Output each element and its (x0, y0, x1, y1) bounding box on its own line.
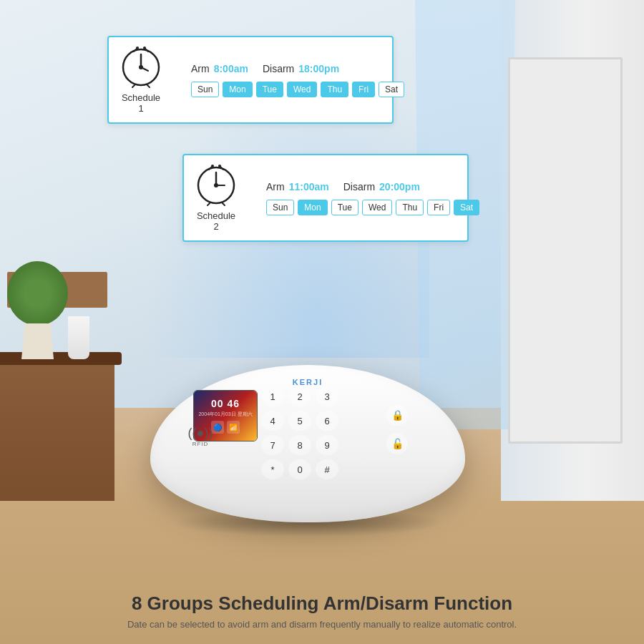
rfid-waves-icon: ((●)) (188, 426, 213, 441)
day-mon[interactable]: Mon (223, 82, 252, 97)
keypad: 123456789*0# (261, 386, 338, 479)
arm-time-2: 11:00am (289, 181, 329, 192)
disarm-group-1: Disarm 18:00pm (263, 63, 339, 74)
svg-point-16 (211, 165, 214, 167)
day-sun[interactable]: Sun (191, 82, 219, 97)
disarm-group-2: Disarm 20:00pm (343, 181, 420, 192)
days-row-2: SunMonTueWedThuFriSat (266, 200, 479, 215)
svg-line-8 (132, 84, 135, 87)
vase (68, 316, 89, 359)
svg-point-17 (218, 165, 221, 167)
schedule-1-info: Arm 8:00am Disarm 18:00pm SunMonTueWedTh… (191, 63, 404, 97)
plant-leaves (7, 261, 68, 326)
plant-pot (21, 323, 54, 359)
key-2[interactable]: 2 (288, 386, 311, 406)
day-sat[interactable]: Sat (379, 82, 404, 97)
disarm-label-2: Disarm (343, 181, 375, 192)
day-thu[interactable]: Thu (396, 200, 424, 215)
disarm-label-1: Disarm (263, 63, 294, 74)
device-container: KERJI 00 46 2004年01月03日 星期六 🔵 📶 ((●)) RF… (143, 308, 472, 522)
key-6[interactable]: 6 (316, 411, 338, 431)
day-tue[interactable]: Tue (256, 82, 283, 97)
arm-group-2: Arm 11:00am (266, 181, 329, 192)
key-7[interactable]: 7 (261, 435, 284, 455)
key-5[interactable]: 5 (288, 411, 311, 431)
device-body: KERJI 00 46 2004年01月03日 星期六 🔵 📶 ((●)) RF… (150, 365, 465, 522)
rfid-label: RFID (192, 441, 209, 447)
svg-line-19 (222, 203, 225, 205)
schedule-2-label: Schedule 2 (195, 210, 238, 232)
arm-button[interactable]: 🔒 (386, 404, 408, 426)
key-0[interactable]: 0 (288, 459, 311, 479)
day-mon[interactable]: Mon (298, 200, 327, 215)
screen-date: 2004年01月03日 星期六 (198, 411, 252, 418)
key-9[interactable]: 9 (316, 435, 338, 455)
screen-time: 00 46 (211, 398, 240, 409)
days-row-1: SunMonTueWedThuFriSat (191, 82, 404, 97)
footer-subtitle: Date can be selected to avoid arm and di… (0, 619, 644, 630)
door (508, 57, 623, 444)
side-table (0, 358, 114, 501)
key-#[interactable]: # (316, 459, 338, 479)
table-top (0, 352, 122, 365)
day-wed[interactable]: Wed (362, 200, 392, 215)
key-4[interactable]: 4 (261, 411, 284, 431)
key-1[interactable]: 1 (261, 386, 284, 406)
day-wed[interactable]: Wed (287, 82, 317, 97)
schedule-card-1: Schedule 1 Arm 8:00am Disarm 18:00pm Sun… (107, 36, 394, 124)
schedule-card-2: Schedule 2 Arm 11:00am Disarm 20:00pm Su… (182, 154, 469, 242)
clock-icon-1 (119, 46, 162, 89)
device-brand: KERJI (293, 378, 323, 386)
schedule-1-label: Schedule 1 (119, 92, 162, 114)
disarm-time-2: 20:00pm (379, 181, 420, 192)
arm-label-1: Arm (191, 63, 210, 74)
day-sun[interactable]: Sun (266, 200, 294, 215)
disarm-time-1: 18:00pm (298, 63, 339, 74)
day-thu[interactable]: Thu (321, 82, 348, 97)
key-3[interactable]: 3 (316, 386, 338, 406)
screen-icon-2: 📶 (227, 421, 240, 434)
arm-time-1: 8:00am (214, 63, 248, 74)
arm-group-1: Arm 8:00am (191, 63, 248, 74)
svg-line-18 (208, 203, 210, 205)
key-8[interactable]: 8 (288, 435, 311, 455)
footer-title: 8 Groups Scheduling Arm/Disarm Function (0, 592, 644, 615)
clock-icon-2 (195, 164, 238, 207)
key-*[interactable]: * (261, 459, 284, 479)
day-sat[interactable]: Sat (454, 200, 479, 215)
rfid-area: ((●)) RFID (175, 426, 225, 454)
arm-label-2: Arm (266, 181, 285, 192)
svg-line-9 (147, 84, 150, 87)
day-fri[interactable]: Fri (427, 200, 450, 215)
svg-point-6 (136, 47, 139, 49)
disarm-button[interactable]: 🔓 (386, 433, 408, 454)
schedule-2-info: Arm 11:00am Disarm 20:00pm SunMonTueWedT… (266, 181, 479, 215)
day-tue[interactable]: Tue (331, 200, 358, 215)
bottom-section: 8 Groups Scheduling Arm/Disarm Function … (0, 592, 644, 630)
day-fri[interactable]: Fri (352, 82, 375, 97)
svg-point-7 (143, 47, 146, 49)
